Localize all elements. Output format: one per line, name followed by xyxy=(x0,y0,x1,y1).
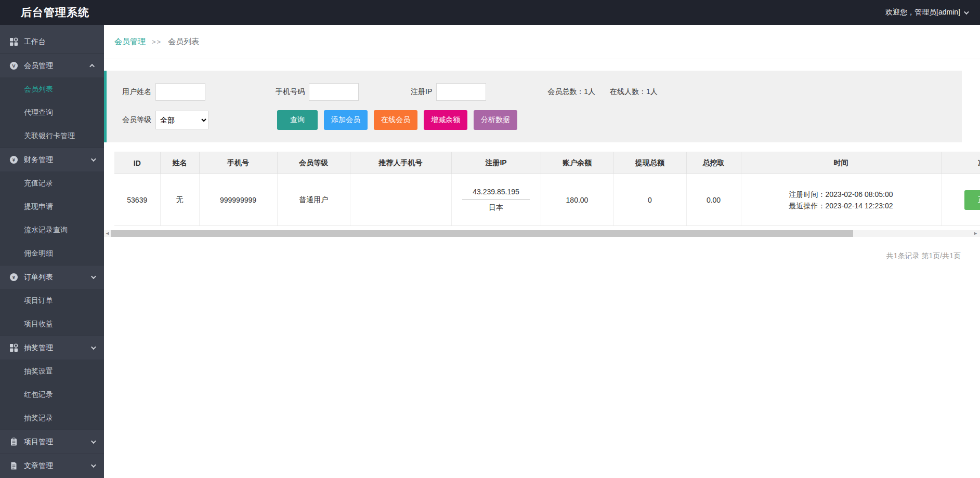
member-level-select[interactable]: 全部 xyxy=(155,111,208,129)
sidebar-group-lottery: 抽奖管理 抽奖设置 红包记录 抽奖记录 xyxy=(0,336,104,430)
table-row: 53639 无 999999999 普通用户 43.239.85.195 日本 … xyxy=(114,174,980,226)
sidebar-item-project-orders[interactable]: 项目订单 xyxy=(0,289,104,312)
sidebar: 工作台 V 会员管理 会员列表 代理查询 关联银行卡管理 ¥ 财务管理 充值记录… xyxy=(0,25,104,478)
sidebar-item-order-list[interactable]: ¥ 订单列表 xyxy=(0,265,104,289)
user-menu[interactable]: 欢迎您，管理员[admin] xyxy=(885,8,968,17)
col-header-frozen: 冻结 xyxy=(941,152,980,174)
chevron-down-icon xyxy=(91,439,96,444)
cell-mined: 0.00 xyxy=(686,174,741,226)
breadcrumb-section-link[interactable]: 会员管理 xyxy=(114,37,146,47)
sidebar-item-finance-management[interactable]: ¥ 财务管理 xyxy=(0,148,104,171)
sidebar-item-lottery-settings[interactable]: 抽奖设置 xyxy=(0,360,104,383)
article-doc-icon xyxy=(9,461,18,470)
sidebar-item-article-management[interactable]: 文章管理 xyxy=(0,454,104,477)
submenu-orders: 项目订单 项目收益 xyxy=(0,289,104,336)
register-time-value: 2023-02-06 08:05:00 xyxy=(826,190,893,198)
app-title: 后台管理系统 xyxy=(21,5,89,20)
horizontal-scrollbar[interactable]: ◄ ► xyxy=(104,230,980,237)
phone-filter-group: 手机号码 xyxy=(276,83,359,101)
chevron-down-icon xyxy=(91,462,96,468)
sidebar-item-label: 工作台 xyxy=(24,37,95,47)
register-ip-input[interactable] xyxy=(436,83,486,101)
sidebar-item-lottery-records[interactable]: 抽奖记录 xyxy=(0,406,104,430)
col-header-phone: 手机号 xyxy=(199,152,277,174)
scroll-left-arrow-icon[interactable]: ◄ xyxy=(104,230,111,237)
adjust-balance-button[interactable]: 增减余额 xyxy=(424,110,467,130)
register-ip-label: 注册IP xyxy=(411,87,432,97)
col-header-time: 时间 xyxy=(741,152,941,174)
sidebar-group-project: 项目管理 xyxy=(0,430,104,454)
svg-text:¥: ¥ xyxy=(12,157,16,163)
sidebar-item-withdraw-requests[interactable]: 提现申请 xyxy=(0,195,104,218)
sidebar-item-recharge-records[interactable]: 充值记录 xyxy=(0,171,104,195)
sidebar-item-transaction-query[interactable]: 流水记录查询 xyxy=(0,218,104,242)
username-input[interactable] xyxy=(155,83,205,101)
scroll-right-arrow-icon[interactable]: ► xyxy=(972,230,979,237)
col-header-balance: 账户余额 xyxy=(541,152,613,174)
scrollbar-thumb[interactable] xyxy=(111,230,853,237)
sidebar-nav: 工作台 V 会员管理 会员列表 代理查询 关联银行卡管理 ¥ 财务管理 充值记录… xyxy=(0,25,104,477)
last-operation-value: 2023-02-14 12:23:02 xyxy=(826,202,893,210)
col-header-referrer: 推荐人手机号 xyxy=(350,152,451,174)
query-button[interactable]: 查询 xyxy=(277,110,318,130)
sidebar-item-lottery-management[interactable]: 抽奖管理 xyxy=(0,336,104,360)
sidebar-item-label: 项目管理 xyxy=(24,437,91,447)
cell-time: 注册时间：2023-02-06 08:05:00 最近操作：2023-02-14… xyxy=(741,174,941,226)
submenu-finance: 充值记录 提现申请 流水记录查询 佣金明细 xyxy=(0,171,104,265)
pagination-summary: 共1条记录 第1页/共1页 xyxy=(104,251,980,261)
col-header-ip: 注册IP xyxy=(451,152,541,174)
cell-ip: 43.239.85.195 日本 xyxy=(451,174,541,226)
sidebar-group-orders: ¥ 订单列表 项目订单 项目收益 xyxy=(0,265,104,336)
sidebar-item-member-management[interactable]: V 会员管理 xyxy=(0,54,104,77)
chevron-down-icon xyxy=(91,156,96,162)
topbar: 后台管理系统 欢迎您，管理员[admin] xyxy=(0,0,980,25)
order-circle-icon: ¥ xyxy=(9,273,18,282)
chevron-down-icon xyxy=(91,344,96,350)
phone-label: 手机号码 xyxy=(276,87,305,97)
member-level-label: 会员等级 xyxy=(122,115,151,125)
table-header-row: ID 姓名 手机号 会员等级 推荐人手机号 注册IP 账户余额 提现总额 总挖取… xyxy=(114,152,980,174)
sidebar-item-project-management[interactable]: 项目管理 xyxy=(0,430,104,454)
member-total-stat: 会员总数：1人 xyxy=(547,87,595,97)
online-members-button[interactable]: 在线会员 xyxy=(374,110,417,130)
cell-status: 正常 xyxy=(941,174,980,226)
filter-panel: 用户姓名 手机号码 注册IP 会员总数：1人 在线人数：1人 xyxy=(104,71,962,142)
add-member-button[interactable]: 添加会员 xyxy=(324,110,368,130)
sidebar-item-label: 抽奖管理 xyxy=(24,343,91,353)
sidebar-item-label: 财务管理 xyxy=(24,155,91,165)
sidebar-item-agent-query[interactable]: 代理查询 xyxy=(0,101,104,124)
filter-row-2: 会员等级 全部 查询 添加会员 在线会员 增减余额 分析数据 xyxy=(122,110,962,130)
phone-input[interactable] xyxy=(309,83,359,101)
welcome-text: 欢迎您，管理员[admin] xyxy=(885,8,960,17)
member-total-value: 1人 xyxy=(584,87,595,96)
sidebar-item-commission-detail[interactable]: 佣金明细 xyxy=(0,242,104,265)
breadcrumb-separator: >> xyxy=(152,38,162,46)
last-operation-label: 最近操作： xyxy=(789,202,826,210)
col-header-name: 姓名 xyxy=(160,152,199,174)
register-ip-filter-group: 注册IP xyxy=(411,83,486,101)
filter-row-1: 用户姓名 手机号码 注册IP 会员总数：1人 在线人数：1人 xyxy=(122,83,962,101)
sidebar-item-member-list[interactable]: 会员列表 xyxy=(0,77,104,101)
cell-referrer xyxy=(350,174,451,226)
online-count-value: 1人 xyxy=(646,87,658,96)
member-stats: 会员总数：1人 在线人数：1人 xyxy=(547,87,658,97)
lottery-grid-icon xyxy=(9,343,18,352)
analyze-data-button[interactable]: 分析数据 xyxy=(474,110,517,130)
sidebar-item-redpacket-records[interactable]: 红包记录 xyxy=(0,383,104,406)
submenu-member: 会员列表 代理查询 关联银行卡管理 xyxy=(0,77,104,148)
breadcrumb-current-page: 会员列表 xyxy=(168,37,199,47)
sidebar-item-label: 订单列表 xyxy=(24,273,91,282)
cell-name: 无 xyxy=(160,174,199,226)
sidebar-item-workbench[interactable]: 工作台 xyxy=(0,30,104,54)
sidebar-item-label: 文章管理 xyxy=(24,461,91,471)
status-normal-button[interactable]: 正常 xyxy=(964,190,980,210)
ip-address: 43.239.85.195 xyxy=(462,188,530,200)
col-header-id: ID xyxy=(114,152,160,174)
sidebar-group-finance: ¥ 财务管理 充值记录 提现申请 流水记录查询 佣金明细 xyxy=(0,148,104,265)
breadcrumb: 会员管理 >> 会员列表 xyxy=(104,25,980,59)
submenu-lottery: 抽奖设置 红包记录 抽奖记录 xyxy=(0,360,104,430)
action-buttons: 查询 添加会员 在线会员 增减余额 分析数据 xyxy=(277,110,517,130)
username-filter-group: 用户姓名 xyxy=(122,83,205,101)
sidebar-item-project-earnings[interactable]: 项目收益 xyxy=(0,312,104,336)
sidebar-item-bankcard-management[interactable]: 关联银行卡管理 xyxy=(0,124,104,148)
